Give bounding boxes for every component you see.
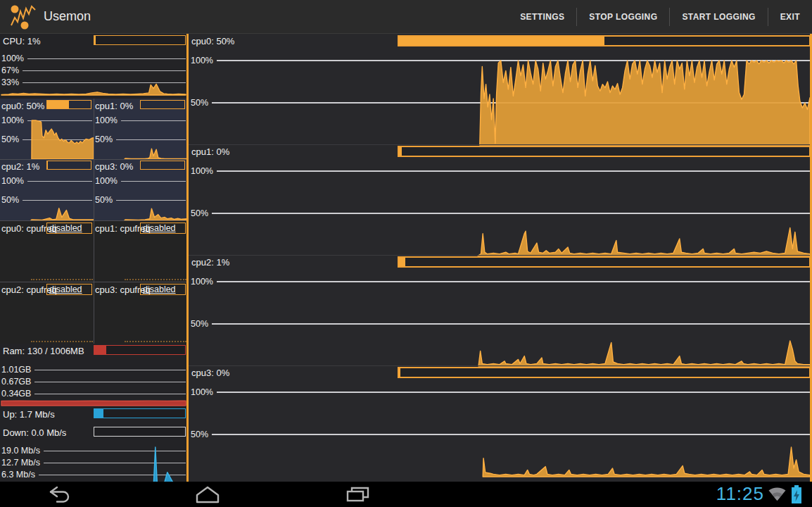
- home-button[interactable]: [186, 482, 229, 507]
- cpufreq-baseline: [125, 279, 186, 280]
- cpu-total-graph: [1, 58, 186, 95]
- cpu1-detail-graph: [189, 171, 810, 256]
- grid-divider: [0, 159, 187, 160]
- cpu2-mini-graph: [0, 181, 94, 220]
- ram-bar: [94, 345, 186, 355]
- cpu3-mini-cell: cpu3: 0% 100% 50%: [94, 159, 187, 220]
- cpu1-cpufreq-cell: cpu1: cpufreq disabled: [94, 220, 187, 282]
- cpu2-mini-bar: [46, 161, 91, 170]
- cpu0-mini-graph: [0, 120, 94, 159]
- grid-divider: [94, 99, 94, 344]
- net-up-bar: [94, 408, 186, 418]
- battery-charging-icon: [791, 485, 802, 503]
- section-divider: [189, 255, 812, 256]
- cpu3-section-label: cpu3: 0%: [191, 368, 229, 378]
- ram-label: Ram: 130 / 1006MB: [3, 346, 84, 356]
- grid-divider: [0, 282, 187, 282]
- start-logging-button[interactable]: START LOGGING: [670, 0, 767, 34]
- cpu0-section-label: cpu0: 50%: [191, 36, 234, 46]
- cpufreq-baseline: [31, 341, 93, 342]
- cpu-total-label: CPU: 1%: [3, 36, 40, 46]
- cpu0-section-bar: [398, 35, 811, 46]
- recents-button[interactable]: [336, 482, 379, 507]
- cpu0-mini-label: cpu0: 50%: [1, 101, 44, 111]
- action-bar: Usemon SETTINGS STOP LOGGING START LOGGI…: [0, 0, 812, 34]
- cpu0-cpufreq-status: disabled: [46, 223, 92, 234]
- app-logo-icon: [8, 4, 38, 30]
- cpu2-detail-graph: [189, 282, 810, 366]
- cpu3-mini-label: cpu3: 0%: [95, 161, 133, 172]
- cpu2-mini-cell: cpu2: 1% 100% 50%: [0, 159, 94, 220]
- cpu3-cpufreq-status: disabled: [140, 284, 186, 295]
- back-icon: [47, 486, 72, 503]
- cpu1-section-label: cpu1: 0%: [191, 146, 229, 157]
- grid-divider: [0, 220, 187, 221]
- cpu3-section-bar: [398, 367, 811, 378]
- stop-logging-button[interactable]: STOP LOGGING: [577, 0, 669, 34]
- cpu0-mini-bar: [46, 100, 91, 109]
- cpu3-mini-bar: [140, 161, 185, 170]
- usemon-app-screen: Usemon SETTINGS STOP LOGGING START LOGGI…: [0, 0, 812, 507]
- cpu3-cpufreq-cell: cpu3: cpufreq disabled: [94, 282, 187, 344]
- cpu2-section-label: cpu2: 1%: [191, 257, 229, 268]
- cpu2-cpufreq-cell: cpu2: cpufreq disabled: [0, 282, 94, 344]
- system-navbar: 11:25: [0, 482, 812, 507]
- wifi-icon: [768, 486, 787, 503]
- cpu1-mini-label: cpu1: 0%: [95, 101, 133, 111]
- cpu0-detail-graph: [189, 61, 810, 145]
- overview-panel: CPU: 1% 100% 67% 33% cpu0: 50% 100% 50% …: [0, 34, 187, 482]
- section-divider: [189, 144, 812, 145]
- app-title: Usemon: [44, 9, 91, 24]
- cpu1-mini-bar: [140, 100, 185, 109]
- net-down-bar: [94, 427, 186, 437]
- cpu0-cpufreq-cell: cpu0: cpufreq disabled: [0, 220, 94, 282]
- cpufreq-baseline: [125, 341, 186, 342]
- cpu1-section-bar: [398, 146, 811, 157]
- settings-button[interactable]: SETTINGS: [508, 0, 576, 34]
- cpu2-section-bar: [398, 256, 811, 268]
- back-button[interactable]: [39, 482, 81, 507]
- cpu0-mini-cell: cpu0: 50% 100% 50%: [0, 99, 94, 159]
- cpufreq-baseline: [31, 279, 93, 280]
- net-up-label: Up: 1.7 Mb/s: [3, 409, 55, 420]
- ram-graph: [1, 370, 186, 406]
- cpu3-detail-graph: [189, 392, 810, 477]
- left-panel-time-cursor: [186, 34, 189, 482]
- cpu3-mini-graph: [94, 181, 187, 220]
- cpu1-mini-graph: [94, 120, 187, 159]
- cpu1-mini-cell: cpu1: 0% 100% 50%: [94, 99, 187, 159]
- status-clock: 11:25: [716, 483, 764, 505]
- recents-icon: [345, 486, 370, 503]
- net-down-label: Down: 0.0 Mb/s: [3, 427, 66, 438]
- cpu2-cpufreq-status: disabled: [46, 284, 92, 295]
- section-divider: [189, 365, 812, 366]
- cpu2-mini-label: cpu2: 1%: [1, 161, 39, 172]
- home-icon: [194, 485, 221, 503]
- exit-button[interactable]: EXIT: [768, 0, 812, 34]
- cpu-total-bar: [94, 35, 186, 45]
- cpu1-cpufreq-status: disabled: [140, 223, 186, 234]
